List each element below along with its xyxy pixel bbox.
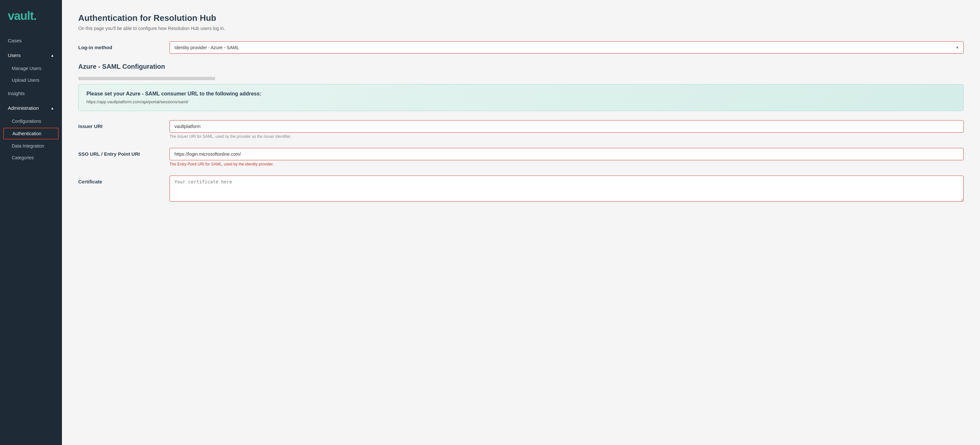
- sso-url-label: SSO URL / Entry Point URI: [78, 148, 163, 157]
- certificate-label: Certificate: [78, 176, 163, 184]
- certificate-input[interactable]: [170, 176, 964, 202]
- chevron-up-icon: ▲: [51, 54, 54, 57]
- sidebar-item-data-integration[interactable]: Data Integration: [0, 140, 62, 152]
- issuer-uri-input[interactable]: [170, 120, 964, 133]
- sidebar-sub-label: Data Integration: [12, 143, 45, 149]
- section-title: Azure - SAML Configuration: [78, 63, 964, 70]
- sidebar-sub-label: Categories: [12, 155, 34, 160]
- saml-info-box: Please set your Azure - SAML consumer UR…: [78, 84, 964, 111]
- login-method-select-wrapper: Identity provider - Azure - SAML Email a…: [170, 41, 964, 54]
- issuer-uri-field-wrapper: The Issuer URI for SAML, used by the pro…: [170, 120, 964, 139]
- sidebar-item-categories[interactable]: Categories: [0, 152, 62, 163]
- login-method-select[interactable]: Identity provider - Azure - SAML Email a…: [170, 41, 964, 54]
- sso-url-field-wrapper: The Entry Point URI for SAML, used by th…: [170, 148, 964, 166]
- sidebar-item-label: Cases: [8, 38, 22, 43]
- login-method-label: Log-in method: [78, 41, 163, 50]
- sidebar-item-configurations[interactable]: Configurations: [0, 115, 62, 127]
- sso-url-input[interactable]: [170, 148, 964, 160]
- issuer-uri-row: Issuer URI The Issuer URI for SAML, used…: [78, 120, 964, 139]
- sidebar-item-manage-users[interactable]: Manage Users: [0, 63, 62, 74]
- issuer-uri-label: Issuer URI: [78, 120, 163, 129]
- sidebar-sub-label: Manage Users: [12, 66, 41, 71]
- sidebar-item-label: Insights: [8, 90, 25, 96]
- sidebar-sub-label: Configurations: [12, 119, 41, 124]
- sidebar-item-authentication[interactable]: Authentication: [3, 128, 59, 139]
- sso-url-row: SSO URL / Entry Point URI The Entry Poin…: [78, 148, 964, 166]
- sidebar-sub-label: Authentication: [13, 131, 41, 136]
- logo-text: vault.: [8, 9, 37, 22]
- sidebar-item-label: Users: [8, 52, 21, 58]
- certificate-row: Certificate: [78, 176, 964, 203]
- sidebar-sub-label: Upload Users: [12, 78, 40, 83]
- sso-url-hint: The Entry Point URI for SAML, used by th…: [170, 162, 964, 166]
- sidebar-item-users[interactable]: Users ▲: [0, 48, 62, 63]
- page-subtitle: On this page you'll be able to configure…: [78, 26, 964, 31]
- sidebar-item-administration[interactable]: Administration ▲: [0, 101, 62, 115]
- loading-bar: [78, 77, 215, 80]
- login-method-row: Log-in method Identity provider - Azure …: [78, 41, 964, 54]
- sidebar-item-insights[interactable]: Insights: [0, 86, 62, 101]
- main-content: Authentication for Resolution Hub On thi…: [62, 0, 980, 445]
- sidebar-item-cases[interactable]: Cases: [0, 33, 62, 48]
- issuer-uri-hint: The Issuer URI for SAML, used by the pro…: [170, 134, 964, 139]
- chevron-up-icon: ▲: [51, 106, 54, 110]
- sidebar-item-label: Administration: [8, 105, 39, 111]
- saml-info-title: Please set your Azure - SAML consumer UR…: [86, 91, 956, 97]
- sidebar: vault. Cases Users ▲ Manage Users Upload…: [0, 0, 62, 445]
- certificate-field-wrapper: [170, 176, 964, 203]
- page-title: Authentication for Resolution Hub: [78, 13, 964, 23]
- sidebar-item-upload-users[interactable]: Upload Users: [0, 74, 62, 86]
- app-logo: vault.: [0, 0, 62, 33]
- saml-info-url: https://app.vaultplatform.com/api/portal…: [86, 99, 956, 104]
